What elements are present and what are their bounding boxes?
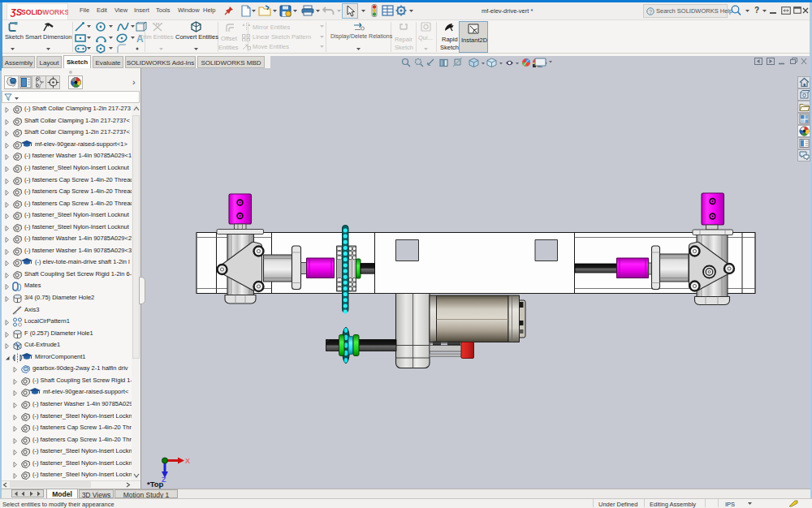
- svg-text:*Top: *Top: [147, 480, 164, 489]
- svg-text:X: X: [185, 457, 190, 465]
